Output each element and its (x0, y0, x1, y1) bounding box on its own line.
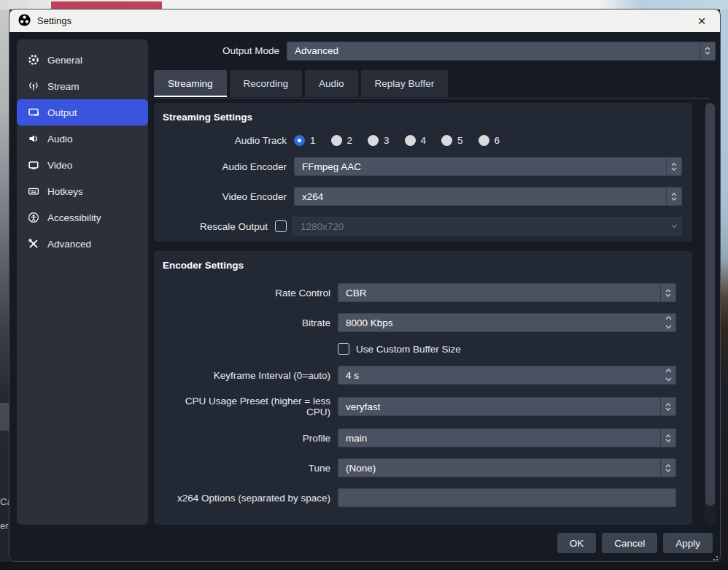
updown-chevrons-icon[interactable] (700, 42, 715, 60)
keyframe-interval-spinbox[interactable]: 4 s (338, 366, 676, 385)
title-bar[interactable]: Settings × (9, 9, 720, 32)
sidebar-item-label: Accessibility (47, 212, 101, 223)
audio-track-radio-2[interactable] (331, 135, 342, 146)
broadcast-icon (28, 80, 39, 92)
group-title: Streaming Settings (163, 112, 685, 123)
group-title: Encoder Settings (163, 260, 685, 271)
sidebar-item-general[interactable]: General (17, 47, 148, 73)
radio-label: 1 (310, 135, 316, 146)
audio-encoder-row: Audio Encoder FFmpeg AAC (161, 157, 685, 176)
x264-options-wrap (338, 488, 676, 507)
apply-button[interactable]: Apply (663, 533, 713, 553)
updown-chevrons-icon[interactable] (660, 429, 675, 447)
cpu-usage-preset-select[interactable]: veryfast (338, 397, 676, 416)
output-mode-label: Output Mode (154, 45, 287, 56)
rescale-output-select: 1280x720 (293, 217, 682, 236)
audio-encoder-select[interactable]: FFmpeg AAC (294, 157, 682, 176)
dialog-footer: OK Cancel Apply (557, 533, 713, 553)
scrollbar-handle[interactable] (705, 103, 715, 506)
down-chevron-icon (667, 217, 681, 235)
sidebar-item-output[interactable]: Output (17, 99, 148, 126)
updown-chevrons-icon[interactable] (666, 158, 681, 175)
tabs-divider (154, 98, 710, 99)
sidebar-item-advanced[interactable]: Advanced (17, 231, 148, 257)
audio-track-radio-3[interactable] (368, 135, 379, 146)
sidebar-item-label: Video (47, 160, 72, 171)
tune-label: Tune (161, 463, 338, 474)
sidebar-item-label: Audio (47, 134, 73, 145)
radio-label: 4 (421, 135, 427, 146)
x264-options-label: x264 Options (separated by space) (161, 493, 338, 504)
rate-control-select[interactable]: CBR (338, 283, 676, 302)
output-mode-select[interactable]: Advanced (287, 42, 716, 61)
background-bottom-strip (0, 562, 728, 570)
encoder-settings-group: Encoder Settings Rate Control CBR Bitrat… (154, 251, 692, 525)
tools-icon (28, 238, 39, 250)
vertical-scrollbar[interactable] (705, 103, 716, 525)
sidebar-item-audio[interactable]: Audio (17, 126, 148, 152)
tune-value: (None) (338, 463, 660, 474)
monitor-icon (28, 159, 39, 171)
x264-options-input[interactable] (338, 488, 676, 507)
profile-label: Profile (161, 433, 338, 444)
tab-recording[interactable]: Recording (230, 70, 303, 97)
tab-streaming[interactable]: Streaming (154, 70, 227, 97)
profile-select[interactable]: main (338, 428, 676, 447)
bitrate-label: Bitrate (161, 317, 338, 328)
rescale-output-checkbox[interactable] (275, 220, 287, 232)
tune-select[interactable]: (None) (338, 458, 676, 477)
profile-value: main (338, 433, 660, 444)
rate-control-row: Rate Control CBR (161, 283, 685, 302)
rescale-output-label: Rescale Output (161, 221, 275, 232)
updown-chevrons-icon[interactable] (660, 459, 675, 477)
spin-arrows-icon[interactable] (661, 314, 675, 331)
sidebar-item-video[interactable]: Video (17, 152, 148, 178)
video-encoder-select[interactable]: x264 (294, 187, 682, 206)
bitrate-spinbox[interactable]: 8000 Kbps (338, 313, 676, 332)
audio-track-radio-4[interactable] (405, 135, 416, 146)
gear-icon (28, 54, 39, 66)
resize-grip-icon[interactable] (710, 553, 718, 561)
tab-audio[interactable]: Audio (305, 70, 358, 97)
output-mode-row: Output Mode Advanced (154, 41, 716, 61)
tune-row: Tune (None) (161, 458, 685, 477)
cpu-usage-preset-row: CPU Usage Preset (higher = less CPU) ver… (161, 396, 685, 417)
spin-arrows-icon[interactable] (661, 366, 675, 384)
bitrate-row: Bitrate 8000 Kbps (161, 313, 685, 332)
profile-row: Profile main (161, 428, 685, 447)
close-icon[interactable]: × (691, 12, 713, 31)
audio-track-radio-group: 1 2 3 4 5 6 (294, 135, 510, 146)
updown-chevrons-icon[interactable] (666, 188, 681, 205)
cpu-usage-preset-value: veryfast (338, 401, 660, 412)
sidebar-item-hotkeys[interactable]: Hotkeys (17, 178, 148, 204)
sidebar-item-label: General (47, 55, 82, 66)
screen-output-icon (28, 107, 39, 118)
updown-chevrons-icon[interactable] (660, 398, 675, 415)
sidebar-item-label: Stream (47, 81, 80, 92)
keyframe-interval-value: 4 s (338, 370, 661, 381)
updown-chevrons-icon[interactable] (660, 284, 675, 301)
bitrate-value: 8000 Kbps (338, 317, 661, 328)
video-encoder-row: Video Encoder x264 (161, 187, 685, 206)
settings-dialog: Settings × General Stream Output (9, 9, 721, 562)
radio-label: 3 (384, 135, 390, 146)
audio-track-radio-1[interactable] (294, 135, 305, 146)
audio-encoder-value: FFmpeg AAC (295, 161, 666, 172)
sidebar-item-label: Hotkeys (47, 186, 83, 197)
background-right-strip (720, 9, 728, 562)
rate-control-value: CBR (338, 288, 660, 299)
sidebar-item-accessibility[interactable]: Accessibility (17, 204, 148, 231)
audio-track-radio-5[interactable] (441, 135, 452, 146)
accessibility-icon (28, 212, 39, 223)
audio-encoder-label: Audio Encoder (161, 161, 294, 172)
background-browser-red-tab (51, 1, 162, 9)
cancel-button[interactable]: Cancel (602, 533, 657, 553)
use-custom-buffer-row: Use Custom Buffer Size (338, 343, 685, 355)
sidebar-item-stream[interactable]: Stream (17, 73, 148, 99)
keyframe-interval-row: Keyframe Interval (0=auto) 4 s (161, 366, 685, 385)
tab-replay-buffer[interactable]: Replay Buffer (361, 70, 449, 97)
sidebar-item-label: Advanced (47, 239, 91, 250)
use-custom-buffer-checkbox[interactable] (338, 343, 349, 355)
audio-track-radio-6[interactable] (479, 135, 489, 146)
ok-button[interactable]: OK (557, 533, 597, 553)
